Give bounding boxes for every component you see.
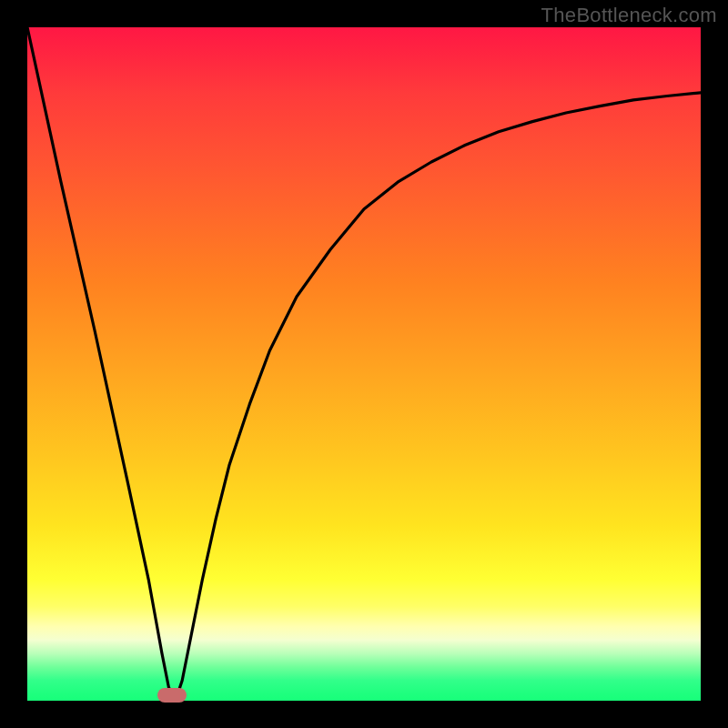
bottleneck-marker [157, 688, 187, 703]
plot-area [27, 27, 701, 701]
curve-left [27, 27, 176, 701]
curve-right [176, 93, 701, 701]
chart-frame: TheBottleneck.com [0, 0, 728, 728]
curves-svg [27, 27, 701, 701]
watermark-text: TheBottleneck.com [541, 4, 717, 27]
